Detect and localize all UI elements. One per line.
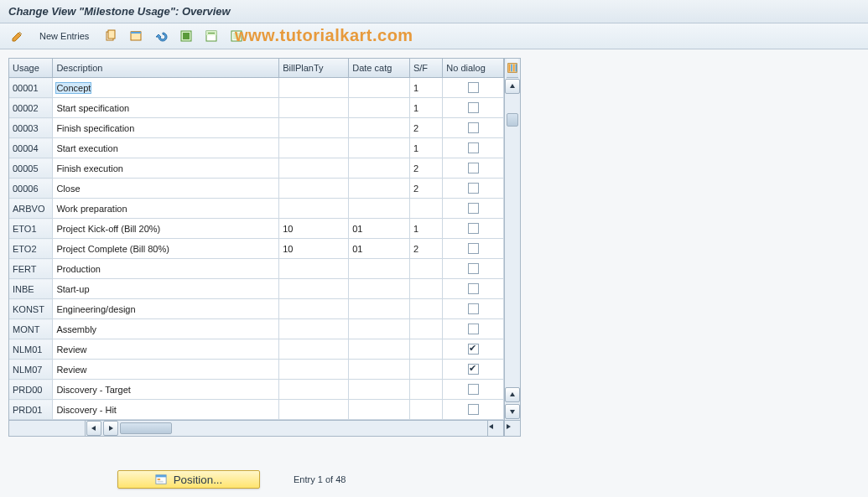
toggle-display-change-button[interactable] [7, 27, 29, 45]
configure-columns-button[interactable] [507, 59, 518, 78]
cell-billplanty[interactable] [279, 78, 349, 98]
scroll-right-step-button[interactable] [103, 421, 118, 436]
cell-sf[interactable] [409, 360, 442, 380]
cell-billplanty[interactable] [279, 98, 349, 118]
cell-billplanty[interactable] [279, 158, 349, 179]
cell-datecatg[interactable] [349, 400, 410, 420]
cell-description[interactable]: Start execution [53, 138, 279, 158]
table-row[interactable]: NLM07Review [9, 360, 504, 380]
delete-button[interactable] [125, 27, 147, 45]
col-nodialog[interactable]: No dialog [443, 59, 504, 78]
cell-nodialog[interactable] [443, 158, 504, 179]
cell-description[interactable]: Start specification [53, 98, 279, 118]
cell-sf[interactable]: 1 [409, 98, 442, 118]
cell-nodialog[interactable] [443, 279, 504, 299]
table-row[interactable]: PRD01Discovery - Hit [9, 400, 504, 420]
nodialog-checkbox[interactable] [468, 142, 479, 153]
cell-usage[interactable]: 00004 [9, 138, 53, 158]
cell-datecatg[interactable] [349, 158, 410, 179]
table-row[interactable]: ARBVOWork preparation [9, 199, 504, 219]
nodialog-checkbox[interactable] [468, 102, 479, 113]
cell-sf[interactable] [409, 279, 442, 299]
cell-nodialog[interactable] [443, 400, 504, 420]
nodialog-checkbox[interactable] [468, 203, 479, 214]
new-entries-button[interactable]: New Entries [32, 27, 96, 45]
cell-description[interactable]: Discovery - Hit [53, 400, 279, 420]
cell-datecatg[interactable] [349, 339, 410, 360]
cell-sf[interactable] [409, 259, 442, 279]
undo-change-button[interactable] [150, 27, 172, 45]
cell-nodialog[interactable] [443, 78, 504, 98]
copy-as-button[interactable] [100, 27, 122, 45]
nodialog-checkbox[interactable] [468, 364, 479, 375]
cell-billplanty[interactable] [279, 179, 349, 199]
col-billplanty[interactable]: BillPlanTy [279, 59, 349, 78]
horizontal-scrollbar[interactable] [86, 421, 487, 436]
col-usage[interactable]: Usage [9, 59, 53, 78]
cell-nodialog[interactable] [443, 199, 504, 219]
nodialog-checkbox[interactable] [468, 243, 479, 254]
cell-datecatg[interactable]: 01 [349, 219, 410, 239]
cell-datecatg[interactable] [349, 319, 410, 339]
table-row[interactable]: 00004Start execution1 [9, 138, 504, 158]
cell-description[interactable]: Review [53, 360, 279, 380]
cell-nodialog[interactable] [443, 259, 504, 279]
cell-sf[interactable]: 1 [409, 78, 442, 98]
cell-description[interactable]: Start-up [53, 279, 279, 299]
cell-description[interactable]: Close [53, 179, 279, 199]
cell-description[interactable]: Concept [53, 78, 279, 98]
nodialog-checkbox[interactable] [468, 122, 479, 133]
nodialog-checkbox[interactable] [468, 283, 479, 294]
cell-sf[interactable]: 2 [409, 118, 442, 138]
table-row[interactable]: NLM01Review [9, 339, 504, 360]
table-row[interactable]: 00001Concept1 [9, 78, 504, 98]
nodialog-checkbox[interactable] [468, 223, 479, 234]
cell-nodialog[interactable] [443, 138, 504, 158]
cell-datecatg[interactable] [349, 360, 410, 380]
nodialog-checkbox[interactable] [468, 404, 479, 415]
cell-usage[interactable]: 00005 [9, 158, 53, 179]
cell-billplanty[interactable] [279, 138, 349, 158]
cell-usage[interactable]: INBE [9, 279, 53, 299]
select-block-button[interactable] [200, 27, 222, 45]
cell-billplanty[interactable] [279, 360, 349, 380]
cell-usage[interactable]: ETO2 [9, 239, 53, 259]
cell-usage[interactable]: FERT [9, 259, 53, 279]
table-row[interactable]: MONTAssembly [9, 319, 504, 339]
cell-sf[interactable]: 1 [409, 219, 442, 239]
cell-usage[interactable]: ARBVO [9, 199, 53, 219]
cell-datecatg[interactable] [349, 179, 410, 199]
cell-billplanty[interactable] [279, 279, 349, 299]
cell-sf[interactable]: 2 [409, 239, 442, 259]
cell-datecatg[interactable] [349, 380, 410, 400]
cell-datecatg[interactable] [349, 138, 410, 158]
cell-nodialog[interactable] [443, 339, 504, 360]
cell-usage[interactable]: 00003 [9, 118, 53, 138]
nodialog-checkbox[interactable] [468, 82, 479, 93]
nodialog-checkbox[interactable] [468, 344, 479, 355]
cell-billplanty[interactable] [279, 299, 349, 319]
cell-billplanty[interactable]: 10 [279, 219, 349, 239]
cell-nodialog[interactable] [443, 299, 504, 319]
cell-sf[interactable] [409, 319, 442, 339]
cell-nodialog[interactable] [443, 219, 504, 239]
table-row[interactable]: 00003Finish specification2 [9, 118, 504, 138]
cell-nodialog[interactable] [443, 179, 504, 199]
cell-billplanty[interactable] [279, 339, 349, 360]
cell-sf[interactable] [409, 380, 442, 400]
scroll-up-button[interactable] [505, 79, 520, 94]
cell-nodialog[interactable] [443, 239, 504, 259]
cell-description[interactable]: Project Complete (Bill 80%) [53, 239, 279, 259]
scroll-right-end-button[interactable] [505, 422, 520, 435]
cell-billplanty[interactable] [279, 259, 349, 279]
cell-sf[interactable]: 2 [409, 158, 442, 179]
vscroll-track[interactable] [505, 95, 520, 386]
cell-nodialog[interactable] [443, 319, 504, 339]
cell-description[interactable]: Finish specification [53, 118, 279, 138]
cell-description[interactable]: Finish execution [53, 158, 279, 179]
scroll-left-end-button[interactable] [488, 422, 503, 435]
cell-description[interactable]: Assembly [53, 319, 279, 339]
cell-nodialog[interactable] [443, 360, 504, 380]
vertical-scrollbar[interactable] [504, 59, 521, 420]
nodialog-checkbox[interactable] [468, 324, 479, 334]
